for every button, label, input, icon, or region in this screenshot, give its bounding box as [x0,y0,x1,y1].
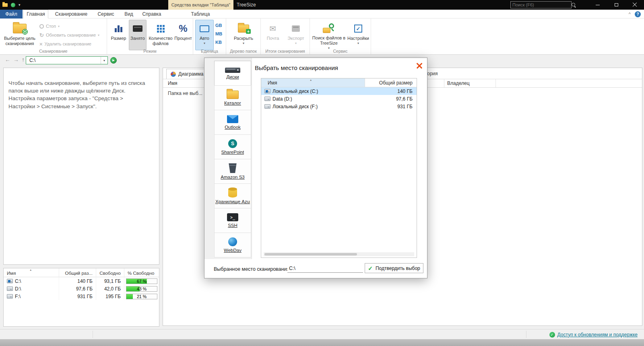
azure-storage-icon [228,188,237,198]
dialog-row-local-disk-f[interactable]: Локальный диск (F:) 931 ГБ [261,103,417,110]
tab-home[interactable]: Главная [23,10,48,19]
path-dropdown-icon[interactable]: ▾ [101,57,107,64]
export-icon [292,25,300,32]
tab-history-partial[interactable]: ория [427,71,438,76]
quick-access-dropdown-icon[interactable]: ▾ [19,3,21,7]
main-col-owner[interactable]: Владелец [447,80,470,86]
updates-support-link[interactable]: ✓ Доступ к обновлениям и поддержке [549,330,638,340]
nav-back-icon[interactable]: ← [5,56,10,63]
export-button[interactable]: Экспорт ▾ [284,20,308,50]
nav-forward-icon[interactable]: → [13,56,19,63]
tab-file[interactable]: Файл [0,10,23,19]
free-space-bar: 43 % [126,286,157,292]
mode-percent-button[interactable]: % Процент [174,20,192,50]
unit-mb-button[interactable]: MB [215,30,226,37]
ribbon-tab-row: Файл Главная Сканирование Сервис Вид Спр… [0,10,644,19]
refresh-scan-button[interactable]: ↻ Обновить сканирование ▾ [39,31,99,39]
contextual-tab-header: Средства вкладки "Таблица" [168,0,233,10]
drive-row-c[interactable]: C:\ 140 ГБ 93,1 ГБ 67 % [4,277,159,285]
scrollbar-thumb[interactable] [264,253,357,255]
dialog-horizontal-scrollbar[interactable] [264,252,414,256]
maximize-icon [615,3,618,6]
sidebar-item-drives[interactable]: Диски [214,61,251,86]
main-col-name[interactable]: Имя [168,80,177,86]
help-icon[interactable]: ? [635,11,641,17]
ssh-terminal-icon: >_ [227,213,238,221]
tab-tools[interactable]: Сервис [94,10,118,19]
confirm-selection-button[interactable]: ✓ Подтвердить выбор [365,263,423,273]
selected-location-input[interactable] [287,264,363,273]
col-free[interactable]: Свободно [96,268,124,277]
tab-chart[interactable]: Диаграмма [166,69,208,79]
size-bars-icon [115,25,122,32]
sidebar-item-sharepoint[interactable]: S SharePoint [214,134,251,159]
app-title: TreeSize [237,0,256,10]
col-free-percent[interactable]: % Свободно [124,268,159,277]
dialog-row-data-d[interactable]: Data (D:) 97,6 ГБ [261,95,417,103]
stop-button[interactable]: Стоп ▾ [39,22,60,30]
mail-button[interactable]: ✉ Почта [263,20,283,50]
play-icon: ▶ [112,59,114,62]
window-controls [588,0,644,10]
drive-row-f[interactable]: F:\ 931 ГБ 195 ГБ 21 % [4,292,159,300]
app-icon [2,3,8,7]
tab-scan[interactable]: Сканирование [51,10,92,19]
amazon-s3-icon [228,163,237,173]
unit-gb-button[interactable]: GB [215,21,226,29]
path-value: C:\ [26,58,101,63]
start-scan-button[interactable]: ▶ [110,57,117,64]
col-total-size[interactable]: Общий раз... [59,268,96,277]
options-button[interactable]: ✓ Настройки ▾ [347,20,369,50]
dialog-row-local-disk-c[interactable]: Локальный диск (C:) 140 ГБ [261,87,417,95]
close-icon [632,2,637,7]
select-scan-target-button[interactable]: Выберите цель сканирования [2,20,38,51]
collapse-ribbon-icon[interactable]: ^ [629,12,631,16]
dialog-col-name[interactable]: Имя [261,78,365,87]
sidebar-item-webdav[interactable]: WebDav [214,233,251,257]
nav-up-icon[interactable]: ↑ [22,56,25,63]
tab-table-contextual[interactable]: Таблица [188,10,213,19]
search-input[interactable] [511,2,571,7]
start-hint-panel: Чтобы начать сканирование, выберите путь… [3,68,159,265]
scan-target-folder-icon [13,24,27,33]
expand-tree-button[interactable]: + Раскрыть ▾ [229,20,258,50]
dialog-close-icon[interactable] [416,62,423,69]
close-button[interactable] [625,0,644,10]
delete-scan-button[interactable]: × Удалить сканирование [39,40,91,48]
mode-file-count-button[interactable]: Количество файлов [147,20,174,50]
unit-auto-button[interactable]: Авто ▾ [195,20,214,50]
drive-d-icon [7,286,13,291]
drive-row-d[interactable]: D:\ 97,6 ГБ 42,0 ГБ 43 % [4,285,159,292]
tab-view[interactable]: Вид [121,10,137,19]
sidebar-item-ssh[interactable]: >_ SSH [214,208,251,233]
selected-location-label: Выбранное место сканирования: [214,266,291,272]
sidebar-item-directory[interactable]: Каталог [214,85,251,110]
sidebar-item-azure-storage[interactable]: Хранилище Azur... [214,183,251,208]
tab-help[interactable]: Справка [139,10,164,19]
mode-size-button[interactable]: Размер [109,20,128,50]
dialog-drive-list: ▲ Имя Общий размер Локальный диск (C:) 1… [261,78,417,258]
ribbon-group-service: Поиск файлов в TreeSize ▾ ✓ Настройки ▾ … [310,19,371,54]
path-combobox[interactable]: C:\ ▾ [26,56,108,64]
quick-scan-icon[interactable] [11,3,15,7]
drive-c-icon [7,279,13,283]
sidebar-item-outlook[interactable]: Outlook [214,110,251,135]
start-hint-text: Чтобы начать сканирование, выберите путь… [8,80,145,109]
allocated-disk-icon [133,25,142,32]
no-folder-selected-text: Папка не выб... [168,91,202,96]
quick-access-toolbar: ▾ [2,0,21,10]
minimize-button[interactable] [588,0,607,10]
unit-kb-button[interactable]: KB [215,38,226,46]
mail-icon: ✉ [270,25,277,33]
dialog-col-size[interactable]: Общий размер [365,78,417,87]
titlebar-search[interactable] [510,1,572,8]
titlebar: ▾ Средства вкладки "Таблица" TreeSize [0,0,644,10]
drive-f-icon [7,294,13,299]
mode-allocated-button[interactable]: Занято [129,20,147,50]
sidebar-item-amazon-s3[interactable]: Amazon S3 [214,159,251,184]
expand-dropdown-icon: ▾ [243,41,244,45]
file-search-button[interactable]: Поиск файлов в TreeSize ▾ [312,20,346,50]
ribbon-group-tree: + Раскрыть ▾ Дерево папок [226,19,261,54]
maximize-button[interactable] [607,0,625,10]
dialog-sort-asc-icon: ▲ [310,78,312,81]
